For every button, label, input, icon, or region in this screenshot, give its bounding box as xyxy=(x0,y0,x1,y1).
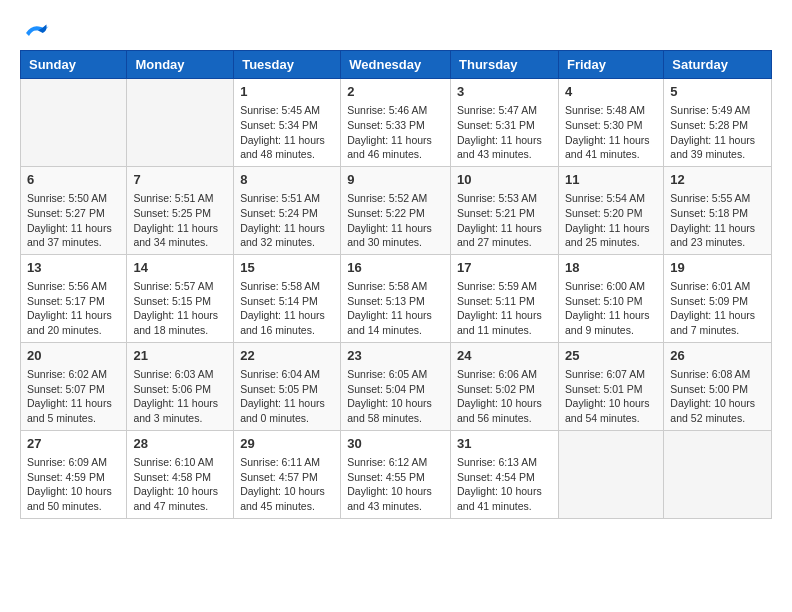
calendar-week-row: 27Sunrise: 6:09 AMSunset: 4:59 PMDayligh… xyxy=(21,430,772,518)
day-number: 11 xyxy=(565,171,657,189)
cell-info: Sunrise: 5:50 AM xyxy=(27,191,120,206)
cell-info: Sunset: 5:02 PM xyxy=(457,382,552,397)
cell-info: Sunset: 5:07 PM xyxy=(27,382,120,397)
cell-info: Sunset: 5:24 PM xyxy=(240,206,334,221)
cell-info: Sunset: 4:59 PM xyxy=(27,470,120,485)
cell-info: Sunrise: 5:56 AM xyxy=(27,279,120,294)
calendar-cell: 1Sunrise: 5:45 AMSunset: 5:34 PMDaylight… xyxy=(234,79,341,167)
cell-info: Sunrise: 5:53 AM xyxy=(457,191,552,206)
cell-info: Sunset: 5:34 PM xyxy=(240,118,334,133)
cell-info: Sunset: 5:06 PM xyxy=(133,382,227,397)
header-day-wednesday: Wednesday xyxy=(341,51,451,79)
cell-info: Sunset: 5:05 PM xyxy=(240,382,334,397)
day-number: 12 xyxy=(670,171,765,189)
cell-info: Daylight: 11 hours and 0 minutes. xyxy=(240,396,334,425)
cell-info: Sunset: 5:18 PM xyxy=(670,206,765,221)
cell-info: Daylight: 11 hours and 37 minutes. xyxy=(27,221,120,250)
logo-icon xyxy=(20,20,50,40)
cell-info: Sunrise: 5:58 AM xyxy=(347,279,444,294)
day-number: 26 xyxy=(670,347,765,365)
calendar-cell: 20Sunrise: 6:02 AMSunset: 5:07 PMDayligh… xyxy=(21,342,127,430)
day-number: 3 xyxy=(457,83,552,101)
cell-info: Daylight: 10 hours and 56 minutes. xyxy=(457,396,552,425)
day-number: 29 xyxy=(240,435,334,453)
calendar-cell: 22Sunrise: 6:04 AMSunset: 5:05 PMDayligh… xyxy=(234,342,341,430)
calendar-cell: 10Sunrise: 5:53 AMSunset: 5:21 PMDayligh… xyxy=(451,166,559,254)
day-number: 16 xyxy=(347,259,444,277)
day-number: 4 xyxy=(565,83,657,101)
header-day-sunday: Sunday xyxy=(21,51,127,79)
cell-info: Daylight: 11 hours and 32 minutes. xyxy=(240,221,334,250)
cell-info: Sunset: 5:09 PM xyxy=(670,294,765,309)
header-day-tuesday: Tuesday xyxy=(234,51,341,79)
calendar-cell: 30Sunrise: 6:12 AMSunset: 4:55 PMDayligh… xyxy=(341,430,451,518)
cell-info: Daylight: 11 hours and 25 minutes. xyxy=(565,221,657,250)
day-number: 14 xyxy=(133,259,227,277)
cell-info: Sunset: 5:10 PM xyxy=(565,294,657,309)
cell-info: Daylight: 10 hours and 52 minutes. xyxy=(670,396,765,425)
cell-info: Sunrise: 6:03 AM xyxy=(133,367,227,382)
cell-info: Sunset: 5:22 PM xyxy=(347,206,444,221)
cell-info: Daylight: 10 hours and 54 minutes. xyxy=(565,396,657,425)
day-number: 24 xyxy=(457,347,552,365)
calendar-cell: 17Sunrise: 5:59 AMSunset: 5:11 PMDayligh… xyxy=(451,254,559,342)
cell-info: Sunset: 5:14 PM xyxy=(240,294,334,309)
cell-info: Sunset: 5:11 PM xyxy=(457,294,552,309)
cell-info: Sunrise: 5:49 AM xyxy=(670,103,765,118)
cell-info: Sunrise: 6:09 AM xyxy=(27,455,120,470)
cell-info: Sunrise: 5:57 AM xyxy=(133,279,227,294)
calendar-cell: 15Sunrise: 5:58 AMSunset: 5:14 PMDayligh… xyxy=(234,254,341,342)
cell-info: Sunrise: 6:06 AM xyxy=(457,367,552,382)
day-number: 18 xyxy=(565,259,657,277)
calendar-cell: 13Sunrise: 5:56 AMSunset: 5:17 PMDayligh… xyxy=(21,254,127,342)
calendar-cell: 26Sunrise: 6:08 AMSunset: 5:00 PMDayligh… xyxy=(664,342,772,430)
cell-info: Daylight: 11 hours and 41 minutes. xyxy=(565,133,657,162)
calendar-cell: 23Sunrise: 6:05 AMSunset: 5:04 PMDayligh… xyxy=(341,342,451,430)
page-header xyxy=(20,20,772,40)
day-number: 25 xyxy=(565,347,657,365)
cell-info: Daylight: 11 hours and 11 minutes. xyxy=(457,308,552,337)
cell-info: Daylight: 11 hours and 18 minutes. xyxy=(133,308,227,337)
day-number: 5 xyxy=(670,83,765,101)
cell-info: Sunrise: 6:02 AM xyxy=(27,367,120,382)
calendar-cell: 6Sunrise: 5:50 AMSunset: 5:27 PMDaylight… xyxy=(21,166,127,254)
calendar-cell: 4Sunrise: 5:48 AMSunset: 5:30 PMDaylight… xyxy=(558,79,663,167)
calendar-cell: 29Sunrise: 6:11 AMSunset: 4:57 PMDayligh… xyxy=(234,430,341,518)
calendar-cell: 25Sunrise: 6:07 AMSunset: 5:01 PMDayligh… xyxy=(558,342,663,430)
cell-info: Sunrise: 6:10 AM xyxy=(133,455,227,470)
day-number: 23 xyxy=(347,347,444,365)
cell-info: Sunrise: 6:00 AM xyxy=(565,279,657,294)
cell-info: Sunset: 5:31 PM xyxy=(457,118,552,133)
cell-info: Sunrise: 5:52 AM xyxy=(347,191,444,206)
cell-info: Sunrise: 5:46 AM xyxy=(347,103,444,118)
cell-info: Sunset: 4:54 PM xyxy=(457,470,552,485)
cell-info: Sunset: 4:55 PM xyxy=(347,470,444,485)
day-number: 2 xyxy=(347,83,444,101)
cell-info: Sunrise: 5:51 AM xyxy=(133,191,227,206)
cell-info: Sunset: 5:01 PM xyxy=(565,382,657,397)
cell-info: Daylight: 11 hours and 46 minutes. xyxy=(347,133,444,162)
calendar-cell: 19Sunrise: 6:01 AMSunset: 5:09 PMDayligh… xyxy=(664,254,772,342)
cell-info: Daylight: 11 hours and 43 minutes. xyxy=(457,133,552,162)
cell-info: Sunrise: 6:11 AM xyxy=(240,455,334,470)
day-number: 30 xyxy=(347,435,444,453)
cell-info: Sunrise: 5:59 AM xyxy=(457,279,552,294)
calendar-cell: 3Sunrise: 5:47 AMSunset: 5:31 PMDaylight… xyxy=(451,79,559,167)
cell-info: Sunrise: 6:07 AM xyxy=(565,367,657,382)
cell-info: Daylight: 11 hours and 48 minutes. xyxy=(240,133,334,162)
cell-info: Daylight: 11 hours and 27 minutes. xyxy=(457,221,552,250)
cell-info: Daylight: 11 hours and 9 minutes. xyxy=(565,308,657,337)
day-number: 31 xyxy=(457,435,552,453)
cell-info: Daylight: 11 hours and 23 minutes. xyxy=(670,221,765,250)
calendar-cell: 14Sunrise: 5:57 AMSunset: 5:15 PMDayligh… xyxy=(127,254,234,342)
cell-info: Daylight: 10 hours and 58 minutes. xyxy=(347,396,444,425)
day-number: 28 xyxy=(133,435,227,453)
calendar-cell: 27Sunrise: 6:09 AMSunset: 4:59 PMDayligh… xyxy=(21,430,127,518)
cell-info: Sunrise: 6:04 AM xyxy=(240,367,334,382)
day-number: 9 xyxy=(347,171,444,189)
logo xyxy=(20,20,50,40)
cell-info: Sunset: 5:17 PM xyxy=(27,294,120,309)
header-day-friday: Friday xyxy=(558,51,663,79)
cell-info: Daylight: 11 hours and 39 minutes. xyxy=(670,133,765,162)
day-number: 17 xyxy=(457,259,552,277)
